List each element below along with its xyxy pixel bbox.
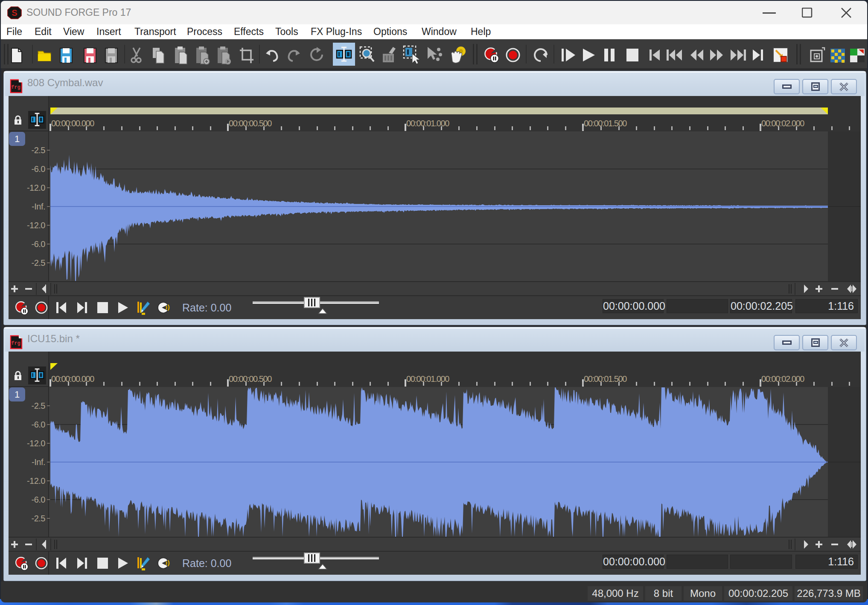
svg-text:frg: frg <box>11 84 20 90</box>
svg-text:frg: frg <box>11 340 20 346</box>
svg-text:S: S <box>12 8 17 17</box>
